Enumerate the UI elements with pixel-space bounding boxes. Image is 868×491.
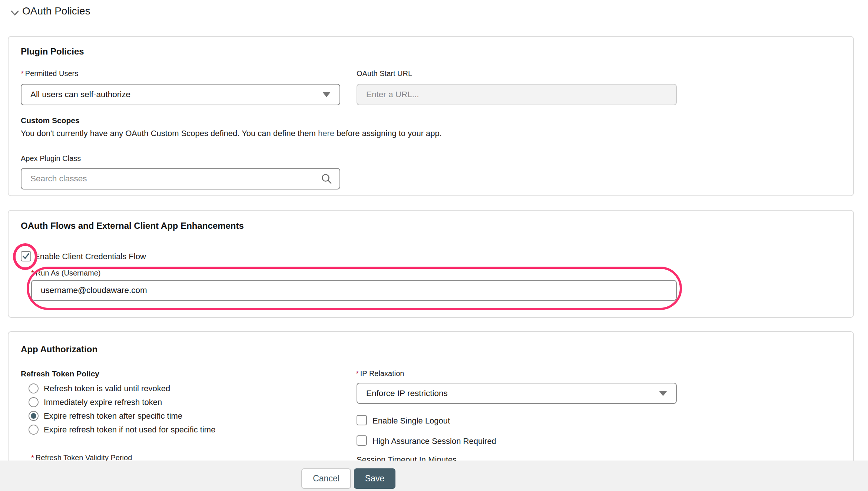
oauth-start-url-input[interactable] <box>357 84 677 105</box>
enable-client-credentials-checkbox[interactable] <box>21 251 31 261</box>
custom-scopes-label: Custom Scopes <box>21 116 80 125</box>
search-classes-input[interactable] <box>21 168 340 190</box>
ip-relaxation-select[interactable]: Enforce IP restrictions <box>357 383 677 404</box>
enable-client-credentials-label: Enable Client Credentials Flow <box>34 252 146 261</box>
radio-option-row: Expire refresh token if not used for spe… <box>29 425 215 435</box>
oauth-policies-page: OAuth Policies Plugin Policies *Permitte… <box>0 0 868 491</box>
radio-refresh-valid-until-revoked[interactable] <box>29 383 39 393</box>
high-assurance-checkbox[interactable] <box>357 435 367 446</box>
permitted-users-label: *Permitted Users <box>21 69 78 78</box>
dropdown-caret-icon <box>659 391 667 396</box>
ip-relaxation-value: Enforce IP restrictions <box>366 389 448 398</box>
permitted-users-value: All users can self-authorize <box>30 90 130 99</box>
plugin-policies-heading: Plugin Policies <box>21 46 84 57</box>
oauth-flows-card: OAuth Flows and External Client App Enha… <box>8 210 854 318</box>
radio-option-row: Expire refresh token after specific time <box>29 411 182 421</box>
oauth-start-url-label: OAuth Start URL <box>357 69 412 78</box>
radio-immediately-expire[interactable] <box>29 397 39 407</box>
enable-single-logout-label: Enable Single Logout <box>372 416 450 426</box>
enable-single-logout-checkbox[interactable] <box>357 415 367 425</box>
refresh-token-policy-label: Refresh Token Policy <box>21 369 99 378</box>
required-marker: * <box>31 269 34 277</box>
plugin-policies-card: Plugin Policies *Permitted Users All use… <box>8 36 854 196</box>
here-link[interactable]: here <box>318 129 334 138</box>
oauth-flows-heading: OAuth Flows and External Client App Enha… <box>21 221 244 231</box>
save-button[interactable]: Save <box>354 468 395 489</box>
custom-scopes-text: You don't currently have any OAuth Custo… <box>21 129 442 138</box>
radio-option-row: Immediately expire refresh token <box>29 397 162 407</box>
required-marker: * <box>21 69 24 78</box>
cancel-button[interactable]: Cancel <box>301 468 351 489</box>
required-marker: * <box>356 369 359 378</box>
checkmark-icon <box>21 251 30 261</box>
apex-plugin-class-search <box>21 168 340 190</box>
radio-expire-if-not-used[interactable] <box>29 425 39 435</box>
high-assurance-label: High Assurance Session Required <box>372 436 496 446</box>
permitted-users-select[interactable]: All users can self-authorize <box>21 84 340 105</box>
footer-bar: Cancel Save <box>0 461 868 491</box>
run-as-label: *Run As (Username) <box>31 269 100 277</box>
apex-plugin-class-label: Apex Plugin Class <box>21 154 81 163</box>
app-authorization-heading: App Authorization <box>21 344 97 355</box>
chevron-down-icon[interactable] <box>9 7 21 19</box>
dropdown-caret-icon <box>322 92 331 97</box>
ip-relaxation-label: *IP Relaxation <box>356 369 404 378</box>
radio-expire-after-specific-time[interactable] <box>29 411 39 421</box>
search-icon <box>321 173 332 184</box>
run-as-input[interactable] <box>31 280 677 301</box>
radio-option-row: Refresh token is valid until revoked <box>29 383 170 393</box>
page-title: OAuth Policies <box>22 4 90 19</box>
